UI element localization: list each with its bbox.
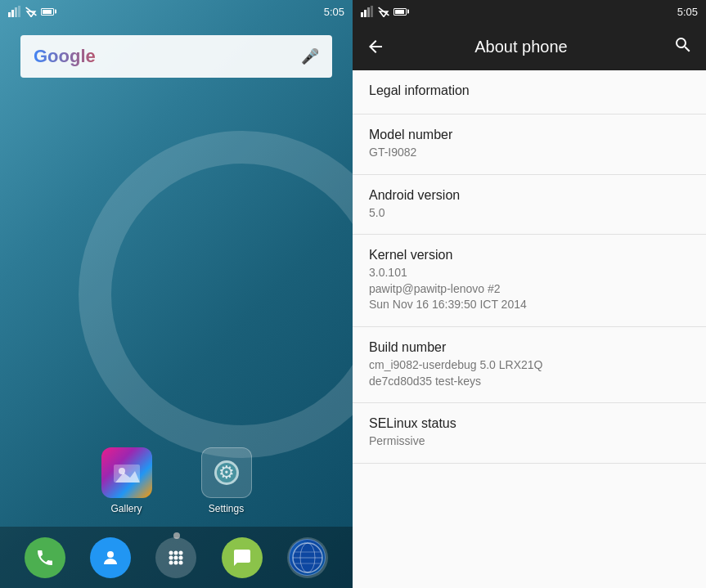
mic-icon[interactable]: 🎤 (301, 47, 319, 65)
selinux-status-item[interactable]: SELinux status Permissive (353, 403, 706, 464)
contacts-dock-icon[interactable] (90, 537, 131, 578)
bottom-dock (0, 527, 353, 588)
settings-label: Settings (209, 503, 244, 514)
gallery-icon-box (101, 447, 152, 498)
wifi-off-icon (25, 6, 38, 17)
svg-rect-25 (361, 12, 363, 17)
settings-app-icon[interactable]: Settings (201, 447, 252, 514)
gallery-label: Gallery (110, 503, 142, 514)
gear-icon (214, 460, 239, 485)
model-number-title: Model number (369, 128, 690, 142)
back-button[interactable] (366, 37, 385, 56)
build-number-value: cm_i9082-userdebug 5.0 LRX21Q de7cd80d35… (369, 357, 690, 389)
svg-rect-27 (367, 7, 370, 17)
settings-icon-box (201, 447, 252, 498)
svg-point-17 (174, 560, 178, 564)
status-bar-right: 5:05 (353, 0, 706, 23)
model-number-value: GT-I9082 (369, 145, 690, 161)
legal-information-item[interactable]: Legal information (353, 70, 706, 114)
selinux-status-value: Permissive (369, 433, 690, 450)
svg-point-10 (169, 550, 173, 554)
svg-rect-28 (371, 6, 373, 17)
svg-rect-26 (364, 10, 366, 17)
legal-information-title: Legal information (369, 83, 690, 98)
kernel-version-value: 3.0.101 pawitp@pawitp-lenovo #2 Sun Nov … (369, 265, 690, 313)
right-status-icons (361, 6, 407, 17)
svg-point-16 (169, 560, 173, 564)
signal-icon-right (361, 6, 374, 17)
android-version-value: 5.0 (369, 205, 690, 222)
model-number-item[interactable]: Model number GT-I9082 (353, 114, 706, 175)
messages-dock-icon[interactable] (222, 537, 263, 578)
svg-point-12 (179, 550, 183, 554)
kernel-version-item[interactable]: Kernel version 3.0.101 pawitp@pawitp-len… (353, 235, 706, 327)
build-number-title: Build number (369, 340, 690, 355)
battery-icon (41, 8, 54, 16)
settings-list: Legal information Model number GT-I9082 … (353, 70, 706, 588)
svg-point-9 (107, 551, 114, 558)
action-bar: About phone (353, 23, 706, 70)
selinux-status-title: SELinux status (369, 416, 690, 431)
gallery-app-icon[interactable]: Gallery (101, 447, 152, 514)
time-left: 5:05 (324, 6, 344, 18)
status-bar-left: 5:05 (0, 0, 353, 23)
search-button[interactable] (673, 35, 693, 59)
home-screen: 5:05 Google 🎤 Gallery Settings (0, 0, 353, 588)
svg-rect-3 (18, 6, 20, 17)
svg-point-13 (169, 555, 173, 559)
android-version-title: Android version (369, 188, 690, 203)
globe-icon (289, 539, 326, 576)
android-version-item[interactable]: Android version 5.0 (353, 175, 706, 236)
kernel-version-title: Kernel version (369, 248, 690, 263)
svg-point-15 (179, 555, 183, 559)
left-status-icons (8, 6, 54, 17)
all-apps-dock-icon[interactable] (155, 537, 196, 578)
svg-point-14 (174, 555, 178, 559)
svg-rect-1 (11, 10, 14, 17)
battery-icon-right (393, 8, 407, 16)
svg-rect-0 (8, 12, 11, 17)
wifi-off-icon-right (377, 6, 390, 17)
app-icons-area: Gallery Settings (0, 439, 353, 523)
svg-point-11 (174, 550, 178, 554)
browser-dock-icon[interactable] (287, 537, 328, 578)
build-number-item[interactable]: Build number cm_i9082-userdebug 5.0 LRX2… (353, 327, 706, 403)
svg-rect-2 (15, 7, 17, 17)
about-phone-screen: 5:05 About phone Legal information Model… (353, 0, 706, 588)
svg-point-18 (179, 560, 183, 564)
signal-icon (8, 6, 21, 17)
google-search-bar[interactable]: Google 🎤 (20, 35, 332, 78)
page-title: About phone (402, 38, 641, 56)
google-logo: Google (34, 46, 301, 67)
phone-dock-icon[interactable] (25, 537, 65, 578)
time-right: 5:05 (677, 6, 698, 18)
